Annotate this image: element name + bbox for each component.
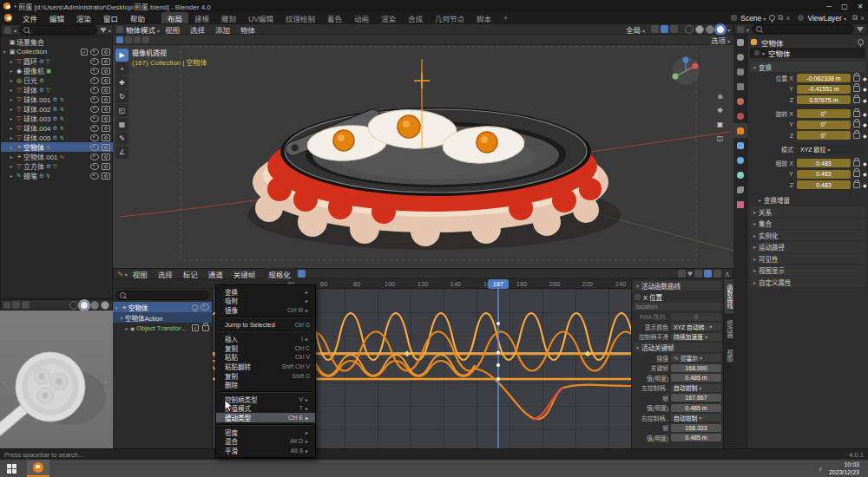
properties-filter-icon[interactable] [857,27,864,32]
lock-icon[interactable] [853,97,860,103]
pin-icon[interactable] [858,39,864,45]
menu-item-mirror[interactable]: 镜像Ctrl M▸ [216,305,315,315]
outliner-row-sphere-004[interactable]: ▸▽球体.004 ⚙↯ [1,123,114,133]
outliner-row-empty-001[interactable]: ▸+空物体.001 ∿ [1,152,114,161]
rna-index-row[interactable]: RNA 阵列.. 0 [634,312,721,322]
collection-checkbox[interactable]: ✓ [81,49,88,56]
panel-viewport-display[interactable]: ▸视图显示 [750,265,865,276]
location-z-row[interactable]: Z 0.57675 m ◆ [750,95,865,105]
camera-visibility-icon[interactable] [102,125,110,132]
taskbar-blender-app[interactable] [27,460,49,477]
left-handle-frame-row[interactable]: 帧 167.667 [634,394,721,403]
panel-relations[interactable]: ▸关系 [750,206,865,217]
panel-active-fcurve[interactable]: ▾活动函数曲线 [634,281,721,291]
viewport-3d[interactable]: 摄像机透视 (167) Collection | 空物体 ▶ + ✚ ↻ ◱ ▦… [113,45,733,268]
camera-visibility-icon[interactable] [102,77,110,84]
menu-item-paste[interactable]: 粘贴Ctrl V [216,353,315,363]
outliner-row-collection[interactable]: ▾▣ Collection ✓ [1,47,114,56]
graph-pivot-icon[interactable] [694,270,702,278]
select-box-icon[interactable] [125,36,132,43]
camera-visibility-icon[interactable] [102,49,110,56]
lock-icon[interactable] [853,86,860,92]
scene-selector[interactable]: Scene [740,14,766,23]
outliner-row-sphere-003[interactable]: ▸▽球体.003 ⚙↯ [1,114,114,123]
panel-visibility[interactable]: ▸可见性 [750,253,865,264]
menu-render[interactable]: 渲染 [70,13,97,23]
rna-path-row[interactable]: location [634,303,721,312]
lock-icon[interactable] [202,325,209,331]
menu-item-easing-type[interactable]: 缓动类型Ctrl E▸ [216,413,315,422]
tab-output[interactable] [733,64,747,79]
channel-action[interactable]: ▾ 空物体Action [113,312,212,323]
outliner-row-sphere-005[interactable]: ▸▽球体.005 ⚙↯ [1,133,114,142]
camera-view-icon[interactable]: ▣ [713,118,727,131]
shading-wireframe-icon[interactable] [685,25,694,34]
tab-modifiers[interactable]: 修改器 [724,315,733,344]
rotation-z-row[interactable]: Z 0° ◆ [750,131,865,140]
workspace-tab-scripting[interactable]: 脚本 [470,12,497,24]
scale-tool-button[interactable]: ◱ [115,104,128,117]
pan-icon[interactable]: ✥ [713,104,727,117]
annotate-tool-button[interactable]: ✎ [115,132,128,145]
viewport-menu-object[interactable]: 物体 [235,24,260,35]
keyframe-icon[interactable]: ◆ [863,160,867,167]
location-y-row[interactable]: Y -0.41551 m ◆ [750,84,865,94]
panel-motion-paths[interactable]: ▸运动路径 [750,242,865,252]
lock-icon[interactable] [853,160,860,167]
keyframe-icon[interactable]: ◆ [863,171,867,177]
lock-icon[interactable] [853,182,860,188]
handle-smoothing-row[interactable]: 控制柄平滑 持续加速度 [634,332,721,342]
zoom-icon[interactable]: ⊕ [713,90,727,103]
scene-close-icon[interactable]: × [786,14,790,23]
tab-fcurve[interactable]: 函数曲线 [724,279,733,315]
keyframe-icon[interactable]: ◆ [863,97,867,103]
tab-data[interactable] [733,197,747,212]
object-name-field[interactable]: 空物体 [750,48,865,58]
mini-overlays-icon[interactable] [22,301,30,309]
tweak-tool-icon[interactable] [116,36,123,43]
menu-help[interactable]: 帮助 [124,13,151,23]
eye-icon[interactable] [90,77,99,84]
workspace-tab-rendering[interactable]: 渲染 [375,12,402,24]
tab-tool[interactable] [733,35,747,49]
tab-view[interactable]: 视图 [724,344,733,368]
snap-icon[interactable] [651,25,659,33]
keyframe-icon[interactable]: ◆ [863,182,867,188]
panel-instancing[interactable]: ▸实例化 [750,230,865,240]
interpolation-row[interactable]: 插值 ∿贝塞尔 [634,354,721,363]
tab-scene[interactable] [733,94,747,108]
lock-icon[interactable] [853,171,860,177]
left-handle-type-row[interactable]: 左控制柄.. 自动钳制 [634,383,721,393]
menu-item-smooth[interactable]: 平滑Alt S▸ [216,446,315,455]
camera-visibility-icon[interactable] [102,115,110,122]
eye-icon[interactable] [90,58,99,65]
camera-visibility-icon[interactable] [102,134,110,141]
select-lasso-icon[interactable] [142,36,149,43]
perspective-toggle-icon[interactable]: ◫ [713,132,727,145]
properties-editor-type-icon[interactable] [737,26,744,33]
shading-solid-icon[interactable] [695,25,704,34]
menu-item-insert[interactable]: 插入I▸ [216,334,315,343]
panel-active-keyframe[interactable]: ▾活动关键帧 [634,343,721,352]
menu-edit[interactable]: 编辑 [43,13,70,23]
mini-shading-wireframe-icon[interactable] [69,301,78,310]
camera-visibility-icon[interactable] [102,96,110,103]
tab-physics[interactable] [733,167,747,182]
panel-custom-properties[interactable]: ▸自定义属性 [750,277,865,287]
eye-icon[interactable] [90,87,99,94]
lock-icon[interactable] [853,133,860,139]
select-circle-icon[interactable] [134,36,141,43]
workspace-tab-uv[interactable]: UV编辑 [242,12,279,24]
graph-menu-select[interactable]: 选择 [153,269,178,279]
keyframe-icon[interactable]: ◆ [863,75,867,82]
menu-item-blend[interactable]: 混合Alt D▸ [216,436,315,446]
panel-transform[interactable]: ▾变换 [750,62,865,72]
tab-object[interactable] [733,123,747,138]
measure-tool-button[interactable]: ∠ [115,146,128,159]
cursor-tool-button[interactable]: + [115,62,128,75]
camera-visibility-icon[interactable] [102,163,110,170]
channel-object[interactable]: ▾+ 空物体 [113,302,212,312]
graph-editor-type-icon[interactable]: ∿ [117,270,123,278]
shading-dropdown[interactable] [726,25,730,34]
outliner-display-mode[interactable] [12,26,16,35]
